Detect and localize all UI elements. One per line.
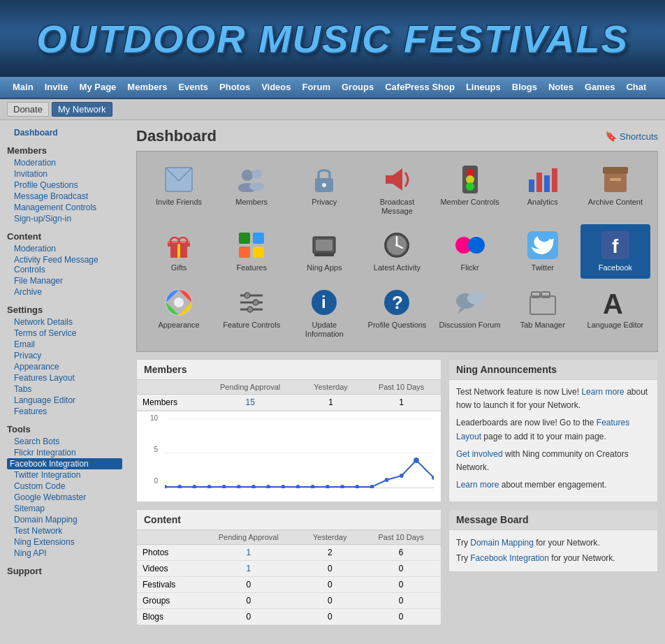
- nav-forum[interactable]: Forum: [297, 76, 336, 98]
- sidebar-tools-ning-extensions[interactable]: Ning Extensions: [7, 536, 122, 548]
- nav-notes[interactable]: Notes: [543, 76, 579, 98]
- icon-analytics[interactable]: Analytics: [508, 159, 578, 221]
- videos-pending-link[interactable]: 1: [246, 564, 251, 573]
- nav-games[interactable]: Games: [579, 76, 620, 98]
- icon-archive-content[interactable]: Archive Content: [580, 159, 650, 221]
- sidebar-members-message-broadcast[interactable]: Message Broadcast: [7, 191, 122, 202]
- icon-flickr[interactable]: Flickr: [435, 224, 505, 278]
- icon-appearance[interactable]: Appearance: [144, 281, 214, 344]
- sidebar-tools-domain-mapping[interactable]: Domain Mapping: [7, 514, 122, 525]
- sidebar-tools-custom-code[interactable]: Custom Code: [7, 481, 122, 492]
- sidebar-section-support-title: Support: [7, 566, 122, 576]
- nav-main[interactable]: Main: [7, 76, 39, 98]
- sidebar-members-invitation[interactable]: Invitation: [7, 168, 122, 180]
- icon-members[interactable]: Members: [217, 159, 286, 221]
- svg-rect-30: [316, 240, 332, 251]
- nav-members[interactable]: Members: [122, 76, 173, 98]
- nav-lineups[interactable]: Lineups: [460, 76, 506, 98]
- members-row-past10: 1: [362, 394, 441, 410]
- announcement-4: Learn more about member engagement.: [456, 478, 650, 492]
- icon-member-controls[interactable]: Member Controls: [435, 159, 505, 221]
- icon-language-editor[interactable]: A Language Editor: [580, 281, 650, 344]
- members-pending-link[interactable]: 15: [245, 397, 254, 407]
- sidebar-tools-ning-api[interactable]: Ning API: [7, 548, 122, 559]
- svg-marker-55: [458, 308, 466, 314]
- subnav-mynetwork[interactable]: My Network: [52, 102, 112, 117]
- icon-latest-activity[interactable]: Latest Activity: [362, 224, 432, 278]
- announcement-3: Get involved with Ning community on Crea…: [456, 448, 650, 474]
- sidebar-content-file-manager[interactable]: File Manager: [7, 275, 122, 286]
- nav-chat[interactable]: Chat: [620, 76, 652, 98]
- content-festivals-label: Festivals: [137, 576, 198, 592]
- domain-mapping-link[interactable]: Domain Mapping: [470, 538, 534, 548]
- nav-photos[interactable]: Photos: [214, 76, 256, 98]
- crowd-overlay: [0, 49, 665, 77]
- sidebar-content-activity-feed[interactable]: Activity Feed Message Controls: [7, 254, 122, 275]
- sidebar-tools-google-webmaster[interactable]: Google Webmaster: [7, 492, 122, 503]
- learn-more-link-2[interactable]: Learn more: [456, 480, 499, 490]
- svg-point-74: [296, 485, 300, 488]
- icon-update-info[interactable]: i Update Information: [289, 281, 359, 344]
- sidebar-dashboard-link[interactable]: Dashboard: [7, 127, 122, 138]
- icon-tab-manager[interactable]: Tab Manager: [508, 281, 578, 344]
- icon-facebook[interactable]: f Facebook: [580, 224, 650, 278]
- nav-events[interactable]: Events: [173, 76, 214, 98]
- nav-mypage[interactable]: My Page: [74, 76, 122, 98]
- subnav-donate[interactable]: Donate: [7, 102, 49, 117]
- sidebar-settings-language-editor[interactable]: Language Editor: [7, 395, 122, 406]
- sub-nav: Donate My Network: [0, 99, 665, 120]
- sidebar-settings-privacy[interactable]: Privacy: [7, 350, 122, 361]
- nav-blogs[interactable]: Blogs: [506, 76, 543, 98]
- sidebar-members-profile-questions[interactable]: Profile Questions: [7, 180, 122, 191]
- panel-right: Ning Announcements Test Network feature …: [448, 359, 658, 633]
- photos-pending-link[interactable]: 1: [246, 548, 251, 557]
- sidebar-settings-terms-of-service[interactable]: Terms of Service: [7, 328, 122, 339]
- sidebar-tools-facebook[interactable]: Facebook Integration: [7, 458, 122, 469]
- facebook-icon: f: [600, 230, 631, 261]
- nav-groups[interactable]: Groups: [336, 76, 379, 98]
- sidebar-settings-email[interactable]: Email: [7, 339, 122, 350]
- sidebar-settings-appearance[interactable]: Appearance: [7, 361, 122, 372]
- sidebar-settings-tabs[interactable]: Tabs: [7, 383, 122, 395]
- info-icon: i: [309, 287, 339, 318]
- sidebar-tools-twitter[interactable]: Twitter Integration: [7, 469, 122, 481]
- sidebar-settings-features[interactable]: Features: [7, 406, 122, 417]
- facebook-integration-link[interactable]: Facebook Integration: [470, 553, 549, 563]
- sidebar-settings-features-layout[interactable]: Features Layout: [7, 372, 122, 383]
- nav-invite[interactable]: Invite: [39, 76, 74, 98]
- sidebar-tools-search-bots[interactable]: Search Bots: [7, 436, 122, 447]
- sidebar-tools-sitemap[interactable]: Sitemap: [7, 503, 122, 514]
- icon-invite-friends[interactable]: Invite Friends: [144, 159, 214, 221]
- icon-profile-questions[interactable]: ? Profile Questions: [362, 281, 432, 344]
- shortcuts-button[interactable]: 🔖 Shortcuts: [605, 131, 658, 142]
- learn-more-link-1[interactable]: Learn more: [581, 387, 624, 397]
- icon-feature-controls[interactable]: Feature Controls: [217, 281, 286, 344]
- content-videos-label: Videos: [137, 560, 198, 576]
- nav-cafepress[interactable]: CafePress Shop: [379, 76, 460, 98]
- sidebar-members-moderation[interactable]: Moderation: [7, 157, 122, 168]
- sidebar-tools-test-network[interactable]: Test Network: [7, 525, 122, 536]
- svg-rect-25: [239, 233, 250, 244]
- icon-ning-apps[interactable]: Ning Apps: [289, 224, 359, 278]
- question-icon: ?: [381, 287, 412, 318]
- chat-bubble-icon: [455, 287, 485, 318]
- sidebar-content-archive[interactable]: Archive: [7, 286, 122, 298]
- sidebar-content-moderation[interactable]: Moderation: [7, 243, 122, 254]
- nav-videos[interactable]: Videos: [256, 76, 296, 98]
- icon-gifts[interactable]: Gifts: [144, 224, 214, 278]
- get-involved-link[interactable]: Get involved: [456, 449, 503, 459]
- icon-features[interactable]: Features: [217, 224, 286, 278]
- tab-manager-icon: [527, 287, 558, 318]
- features-layout-link[interactable]: Features Layout: [456, 418, 629, 441]
- icon-discussion-forum[interactable]: Discussion Forum: [435, 281, 505, 344]
- members-col-past10: Past 10 Days: [362, 380, 441, 395]
- sidebar-members-signin[interactable]: Sign-up/Sign-in: [7, 213, 122, 224]
- sidebar-settings-network-details[interactable]: Network Details: [7, 316, 122, 328]
- icon-broadcast[interactable]: Broadcast Message: [362, 159, 432, 221]
- message-board-panel: Message Board Try Domain Mapping for you…: [448, 509, 658, 572]
- icon-twitter[interactable]: Twitter: [508, 224, 578, 278]
- content-photos-label: Photos: [137, 544, 198, 560]
- sidebar-members-management-controls[interactable]: Management Controls: [7, 202, 122, 213]
- sidebar-tools-flickr[interactable]: Flickr Integration: [7, 447, 122, 458]
- icon-privacy[interactable]: Privacy: [289, 159, 359, 221]
